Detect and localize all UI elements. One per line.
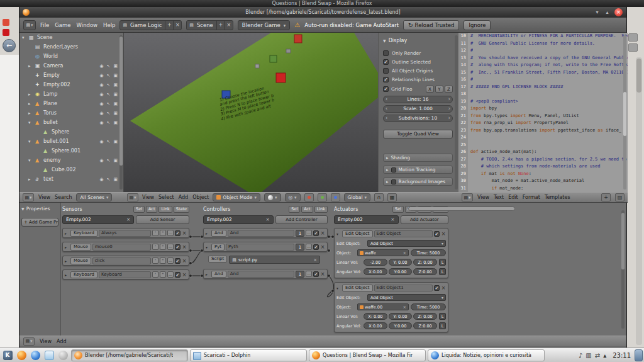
triangle-right-icon[interactable] bbox=[386, 179, 389, 184]
reload-trusted-button[interactable]: Reload Trusted bbox=[403, 20, 459, 30]
text-options-button[interactable] bbox=[615, 193, 625, 201]
active-checkbox[interactable] bbox=[175, 272, 180, 278]
velocity-field[interactable]: Y:0.00 bbox=[389, 322, 413, 329]
outliner-row[interactable]: ▾ bullet.001 bbox=[19, 137, 123, 146]
visibility-eye-icon[interactable] bbox=[99, 64, 103, 69]
scrollbar-thumb[interactable] bbox=[119, 37, 123, 166]
render-camera-icon[interactable] bbox=[113, 158, 118, 163]
frequency-icon[interactable] bbox=[167, 244, 174, 250]
collapsed-panel-header[interactable]: Shading bbox=[383, 154, 453, 162]
controller-name-field[interactable]: And bbox=[228, 230, 294, 237]
controller-state-field[interactable]: 1 bbox=[296, 244, 304, 251]
controller-brick[interactable]: Pyt Pyth 1 bbox=[203, 242, 328, 252]
actuator-brick[interactable]: Edit Object Edit Object Edit Object: Add… bbox=[334, 228, 448, 278]
text-editor-menu-item[interactable]: Edit bbox=[508, 195, 518, 200]
launcher-button[interactable] bbox=[1, 349, 14, 361]
local-toggle-button[interactable]: L bbox=[439, 322, 446, 329]
code-line[interactable]: 23 from bpy.app.translations import pget… bbox=[458, 127, 628, 135]
code-line[interactable]: 24 bbox=[458, 134, 628, 142]
filter-toggle-button[interactable]: State bbox=[174, 206, 189, 213]
pulse-true-icon[interactable] bbox=[152, 230, 158, 236]
outliner-view-menu[interactable]: View bbox=[38, 195, 50, 200]
selectability-cursor-icon[interactable] bbox=[107, 92, 111, 97]
filter-toggle-button[interactable]: Sel bbox=[133, 206, 145, 213]
outliner-row[interactable]: ▸ text bbox=[19, 174, 123, 184]
menubar-item[interactable]: Game bbox=[55, 22, 70, 28]
code-line[interactable]: 28 # which settings from node-materials … bbox=[458, 163, 628, 171]
scrollbar-thumb[interactable] bbox=[623, 92, 626, 136]
expand-triangle-icon[interactable] bbox=[65, 259, 69, 263]
expand-arrow[interactable]: ▸ bbox=[28, 64, 33, 69]
code-line[interactable]: 17 # ##### END GPL LICENSE BLOCK ##### bbox=[458, 84, 628, 91]
task-button[interactable]: Questions | Blend Swap – Mozilla Fir bbox=[309, 349, 426, 361]
expand-arrow[interactable]: ▾ bbox=[28, 120, 33, 125]
outliner-item-label[interactable]: RenderLayers bbox=[43, 44, 78, 50]
outliner-item-label[interactable]: Torus bbox=[43, 110, 57, 116]
viewport-shading-dropdown[interactable] bbox=[264, 193, 281, 201]
controller-type-button[interactable]: And bbox=[211, 230, 226, 237]
mark-icon[interactable] bbox=[306, 230, 312, 236]
view3d-menu-item[interactable]: Object bbox=[192, 195, 209, 200]
pulse-false-icon[interactable] bbox=[160, 271, 166, 278]
add-sensor-button[interactable]: Add Sensor bbox=[136, 215, 189, 224]
edit-object-mode-dropdown[interactable]: Add Object bbox=[367, 294, 446, 301]
controller-name-field[interactable]: And bbox=[228, 271, 294, 278]
add-layout-button[interactable]: + bbox=[165, 21, 173, 30]
tray-icon[interactable] bbox=[579, 352, 582, 359]
code-line[interactable]: 11 # GNU General Public License for more… bbox=[458, 40, 628, 48]
code-line[interactable]: 19 # <pep8 compliant> bbox=[458, 98, 628, 106]
collapse-triangle-icon[interactable] bbox=[206, 245, 210, 249]
sensor-type-button[interactable]: Keyboard bbox=[70, 271, 97, 278]
code-line[interactable]: 25 bbox=[458, 142, 628, 149]
actuator-name-field[interactable]: Edit Object1 bbox=[374, 285, 433, 291]
filter-toggle-button[interactable]: Act bbox=[146, 206, 157, 213]
outliner-row[interactable]: Empty bbox=[19, 71, 123, 80]
render-camera-icon[interactable] bbox=[113, 64, 118, 69]
velocity-field[interactable]: X:0.00 bbox=[364, 268, 387, 275]
selectability-cursor-icon[interactable] bbox=[107, 101, 111, 106]
outliner-search-menu[interactable]: Search bbox=[55, 195, 72, 200]
scale-manipulator-button[interactable] bbox=[331, 193, 340, 201]
close-icon[interactable] bbox=[126, 216, 130, 223]
code-line[interactable]: 26 def active_node_mat(mat): bbox=[458, 149, 628, 156]
visibility-eye-icon[interactable] bbox=[99, 82, 103, 88]
code-line[interactable]: 14 # along with this program; if not, wr… bbox=[458, 62, 628, 69]
code-line[interactable]: 21 from bpy.types import Menu, Panel, UI… bbox=[458, 113, 628, 120]
code-line[interactable]: 27 # TODO, 2.4x has a pipeline section, … bbox=[458, 156, 628, 164]
task-button[interactable]: Liquida: Notizie, opinioni e curiosità bbox=[428, 349, 545, 361]
outliner-editor-icon[interactable] bbox=[23, 193, 34, 201]
velocity-field[interactable]: Y: 0.00 bbox=[389, 259, 413, 266]
sensor-type-button[interactable]: Keyboard bbox=[70, 230, 97, 237]
sensor-type-button[interactable]: Mouse bbox=[70, 257, 91, 264]
delete-layout-button[interactable]: × bbox=[173, 21, 181, 30]
outliner-item-label[interactable]: bullet.001 bbox=[43, 139, 69, 144]
code-line[interactable]: 12 # bbox=[458, 47, 628, 55]
filter-toggle-button[interactable]: Link bbox=[158, 206, 172, 213]
sensor-object-field[interactable]: Empty.002 bbox=[62, 215, 134, 224]
selectability-cursor-icon[interactable] bbox=[107, 82, 111, 88]
screen-layout-selector[interactable]: Game Logic + × bbox=[119, 20, 182, 30]
expand-triangle-icon[interactable] bbox=[65, 245, 69, 249]
outliner-row[interactable]: ▸ Camera bbox=[19, 61, 123, 71]
controller-name-field[interactable]: Pyth bbox=[226, 244, 294, 251]
translate-manipulator-button[interactable] bbox=[304, 193, 314, 201]
launcher-button[interactable] bbox=[57, 349, 69, 361]
outliner-row[interactable]: ▾ bullet bbox=[19, 118, 123, 127]
delete-sensor-icon[interactable] bbox=[182, 258, 187, 264]
controller-state-field[interactable]: 1 bbox=[296, 271, 304, 278]
green-cube[interactable] bbox=[270, 55, 277, 62]
checkbox-row[interactable]: Only Render bbox=[383, 48, 453, 57]
selectability-cursor-icon[interactable] bbox=[107, 64, 111, 69]
outliner-item-label[interactable]: Sphere.001 bbox=[52, 148, 80, 154]
mark-icon[interactable] bbox=[306, 271, 312, 277]
view3d-menu-item[interactable]: Select bbox=[158, 195, 174, 200]
checkbox[interactable] bbox=[383, 77, 389, 82]
selectability-cursor-icon[interactable] bbox=[107, 139, 111, 144]
add-actuator-button[interactable]: Add Actuator bbox=[401, 215, 448, 224]
expand-triangle-icon[interactable] bbox=[65, 231, 69, 235]
velocity-field[interactable]: Z: 0.00 bbox=[413, 313, 437, 320]
selectability-cursor-icon[interactable] bbox=[107, 111, 111, 116]
actuator-name-field[interactable]: Edit Object bbox=[374, 230, 433, 237]
script-file-field[interactable]: script.py bbox=[229, 256, 320, 264]
ignore-button[interactable]: Ignore bbox=[464, 20, 491, 30]
